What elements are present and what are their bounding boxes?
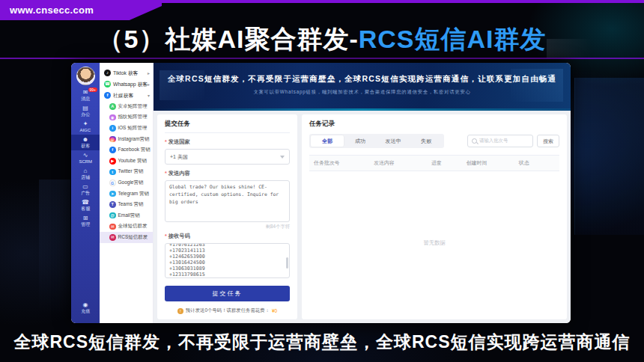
background-glow xyxy=(39,180,70,314)
whatsapp-icon: ☎ xyxy=(104,81,111,88)
rail-item-ads[interactable]: ▭ 广告 xyxy=(71,182,100,197)
column-batch-id: 任务批次号 xyxy=(309,159,369,167)
ios-icon: i xyxy=(109,125,116,132)
menu-item-rcs-sms[interactable]: ✉ RCS短信群发 xyxy=(100,232,153,243)
phone-number: +12462653900 xyxy=(169,254,285,260)
column-progress: 进度 xyxy=(427,159,462,167)
menu-item-whatsapp[interactable]: ☎ Whatsapp 获客 ▸ xyxy=(100,79,153,90)
rail-item-recharge[interactable]: ◉ 充值 xyxy=(71,300,100,316)
char-counter: 剩84个字符 xyxy=(165,224,290,230)
menu-item-twitter[interactable]: t Twitter 营销 xyxy=(100,167,153,178)
tab-failed[interactable]: 失败 xyxy=(410,135,443,147)
page-title-blue: RCS短信AI群发 xyxy=(359,25,547,53)
chevron-down-icon xyxy=(280,156,285,159)
rail-item-shop[interactable]: ⌂ 店铺 xyxy=(71,166,100,182)
fingerprint-icon: ◉ xyxy=(109,114,116,121)
aigc-icon: ✦ xyxy=(83,121,88,127)
menu-item-fingerprint-matrix[interactable]: ◉ 指纹矩阵管理 xyxy=(100,112,153,123)
bottom-caption: 全球RCS短信群发，不再受限于运营商壁垒，全球RCS短信实现跨运营商通信 xyxy=(0,331,644,354)
telegram-icon: ➤ xyxy=(109,191,116,197)
message-content-textarea[interactable]: Global trade? Our bikes shine! CE-certif… xyxy=(165,180,290,222)
empty-state-text: 暂无数据 xyxy=(309,171,559,314)
youtube-icon: ▶ xyxy=(109,158,116,165)
left-rail: ✉ 消息 99+ ▤ 办公 ✦ AIGC ☻ 获客 ∿ SCRM ⌂ xyxy=(71,63,100,323)
menu-item-telegram[interactable]: ➤ Telegram 营销 xyxy=(100,188,153,200)
cost-warning: ! 预计发送0个号码！该群发任务需花费： ¥0 xyxy=(165,307,290,314)
banner-decoration xyxy=(160,70,204,100)
acquisition-icon: ☻ xyxy=(82,137,88,143)
rail-item-acquisition[interactable]: ☻ 获客 xyxy=(71,135,100,150)
menu-item-android-matrix[interactable]: A 安卓矩阵管理 xyxy=(100,101,153,112)
scrm-icon: ∿ xyxy=(83,153,88,159)
background-glow xyxy=(574,78,644,235)
recharge-icon: ◉ xyxy=(83,302,88,308)
rail-item-office[interactable]: ▤ 办公 xyxy=(71,103,100,119)
country-field-label: *发送国家 xyxy=(165,138,290,146)
menu-item-ios-matrix[interactable]: i iOS 矩阵管理 xyxy=(100,123,153,134)
phone-number: +12313798615 xyxy=(169,272,285,277)
teams-icon: T xyxy=(109,201,116,208)
submit-task-card: 提交任务 *发送国家 +1 美国 *发送内容 Global trade? Our… xyxy=(157,114,297,319)
records-table-header: 任务批次号 发送内容 进度 创建时间 状态 xyxy=(309,155,559,171)
menu-item-facebook[interactable]: f Facebook 营销 xyxy=(100,144,153,156)
page-title: （5）社媒AI聚合群发-RCS短信AI群发 xyxy=(0,22,644,57)
banner-headline: 全球RCS短信群发，不再受限于运营商壁垒，全球RCS短信实现跨运营商通信，让联系… xyxy=(161,74,563,85)
rail-item-scrm[interactable]: ∿ SCRM xyxy=(71,150,100,166)
android-icon: A xyxy=(109,103,116,110)
tiktok-icon: ♪ xyxy=(104,70,111,76)
rcs-icon: ✉ xyxy=(109,234,116,241)
avatar[interactable] xyxy=(76,67,95,85)
column-status: 状态 xyxy=(514,159,559,167)
column-created-at: 创建时间 xyxy=(462,159,514,167)
rail-item-support[interactable]: ☎ 客服 xyxy=(71,197,100,213)
search-icon xyxy=(472,138,477,144)
banner-subline: 文案可以带Whatsapp链接，端到端加密技术，聚合渠道保障您的通信安全，私密对… xyxy=(161,89,563,96)
chevron-right-icon: ▸ xyxy=(148,82,150,87)
search-button[interactable]: 搜索 xyxy=(537,135,559,147)
manage-icon: ⊞ xyxy=(83,215,88,221)
promo-banner: 全球RCS短信群发，不再受限于运营商壁垒，全球RCS短信实现跨运营商通信，让联系… xyxy=(154,63,571,111)
tab-all[interactable]: 全部 xyxy=(311,135,344,147)
rail-item-messages[interactable]: ✉ 消息 99+ xyxy=(71,88,100,103)
instagram-icon: ◎ xyxy=(109,136,116,143)
facebook-icon: f xyxy=(109,147,116,153)
menu-item-instagram[interactable]: ◎ Instagram营销 xyxy=(100,134,153,145)
required-mark: * xyxy=(165,233,167,239)
office-icon: ▤ xyxy=(82,105,88,111)
menu-item-teams[interactable]: T Teams 营销 xyxy=(100,199,153,210)
content-area: 提交任务 *发送国家 +1 美国 *发送内容 Global trade? Our… xyxy=(154,111,571,323)
google-icon: G xyxy=(109,180,116,186)
menu-item-youtube[interactable]: ▶ Youtube 营销 xyxy=(100,156,153,167)
menu-item-email[interactable]: @ Email营销 xyxy=(100,210,153,221)
form-section-title: 提交任务 xyxy=(165,120,290,133)
banner-decoration xyxy=(511,69,563,102)
records-toolbar: 全部 成功 发送中 失败 请输入批次号 搜索 xyxy=(309,134,559,148)
country-select[interactable]: +1 美国 xyxy=(165,149,290,165)
column-content: 发送内容 xyxy=(369,159,427,167)
scrollbar[interactable] xyxy=(286,257,288,269)
rail-item-manage[interactable]: ⊞ 管理 xyxy=(71,213,100,229)
support-icon: ☎ xyxy=(82,200,89,206)
tab-sending[interactable]: 发送中 xyxy=(377,135,410,147)
warning-text: 预计发送0个号码！该群发任务需花费： xyxy=(186,307,270,314)
submit-task-button[interactable]: 提交任务 xyxy=(165,286,290,301)
menu-item-tiktok[interactable]: ♪ Tiktok 获客 ▸ xyxy=(100,67,153,79)
menu-item-social-media[interactable]: f 社媒获客 ▾ xyxy=(100,90,153,101)
unread-badge: 99+ xyxy=(88,88,97,92)
search-input[interactable]: 请输入批次号 xyxy=(467,135,533,147)
phone-number: +13016424500 xyxy=(169,260,285,266)
menu-item-global-sms[interactable]: ✉ 全球短信群发 xyxy=(100,221,153,233)
email-icon: @ xyxy=(109,212,116,219)
phone-number: +17023141113 xyxy=(169,248,285,254)
ads-icon: ▭ xyxy=(82,184,88,190)
tab-success[interactable]: 成功 xyxy=(344,135,377,147)
rail-item-aigc[interactable]: ✦ AIGC xyxy=(71,119,100,135)
task-records-card: 任务记录 全部 成功 发送中 失败 请输入批次号 xyxy=(302,114,567,319)
search-placeholder: 请输入批次号 xyxy=(479,138,508,144)
menu-item-google[interactable]: G Google营销 xyxy=(100,177,153,188)
recipient-numbers-textarea[interactable]: +17076121263 +17023141113 +12462653900 +… xyxy=(165,243,290,278)
app-window: ✉ 消息 99+ ▤ 办公 ✦ AIGC ☻ 获客 ∿ SCRM ⌂ xyxy=(71,63,571,323)
records-title: 任务记录 xyxy=(309,120,559,129)
chevron-down-icon: ▾ xyxy=(148,93,150,98)
sms-icon: ✉ xyxy=(109,224,116,230)
